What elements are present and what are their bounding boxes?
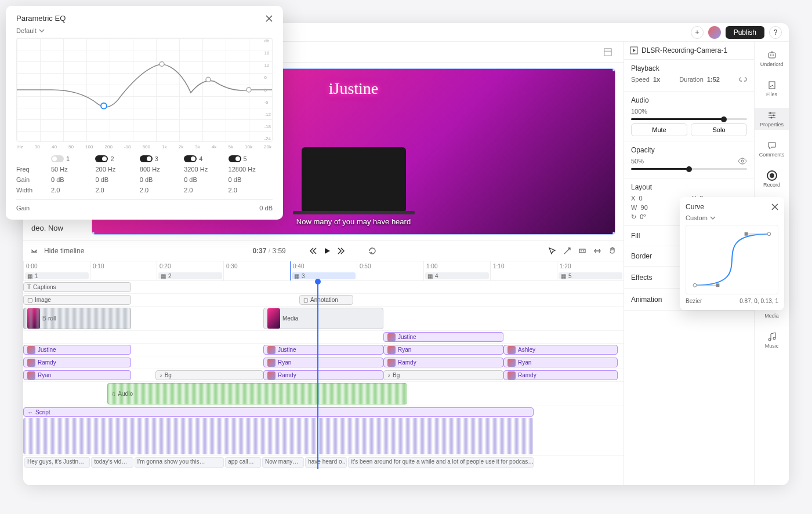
solo-button[interactable]: Solo	[691, 123, 747, 136]
speaker-clip[interactable]: Ryan	[23, 370, 131, 380]
speaker-clip[interactable]: Ashley	[503, 345, 618, 355]
hand-icon[interactable]	[608, 247, 617, 255]
rail-files[interactable]: Files	[755, 78, 789, 100]
blade-icon[interactable]	[563, 247, 571, 255]
media-clip[interactable]: Media	[263, 308, 383, 329]
band-width[interactable]: 2.0	[140, 187, 184, 194]
band-3-toggle[interactable]: 3	[140, 155, 184, 162]
timeline[interactable]: 0:00▦1 0:10 0:20▦2 0:30 0:40▦3 0:50 1:00…	[23, 261, 624, 485]
range-icon[interactable]	[578, 247, 586, 255]
band-1-toggle[interactable]: 1	[51, 155, 95, 162]
scene-marker[interactable]: 3	[302, 273, 305, 279]
resize-handle[interactable]	[612, 68, 615, 71]
speaker-clip[interactable]: Justine	[23, 345, 131, 355]
speaker-clip[interactable]: Justine	[383, 332, 503, 342]
skip-back-icon[interactable]	[309, 247, 317, 255]
close-icon[interactable]	[771, 203, 778, 210]
scene-marker[interactable]: 2	[168, 273, 172, 279]
band-freq[interactable]: 200 Hz	[95, 166, 139, 173]
band-gain[interactable]: 0 dB	[229, 176, 273, 183]
layout-rot[interactable]: 0º	[640, 213, 646, 220]
speaker-clip[interactable]: Ramdy	[263, 370, 383, 380]
master-gain-value[interactable]: 0 dB	[259, 205, 273, 212]
resize-handle[interactable]	[92, 232, 95, 235]
transcript-seg[interactable]: Now many…	[262, 457, 304, 468]
band-4-toggle[interactable]: 4	[184, 155, 228, 162]
speaker-clip[interactable]: Ramdy	[503, 370, 618, 380]
curve-value[interactable]: 0.87, 0, 0.13, 1	[740, 298, 778, 304]
speaker-clip[interactable]: Ramdy	[23, 358, 131, 367]
rail-media[interactable]: Media	[755, 311, 789, 321]
band-5-toggle[interactable]: 5	[229, 155, 273, 162]
eq-graph[interactable]: db181260-6-12-18-24	[16, 38, 273, 142]
band-freq[interactable]: 3200 Hz	[184, 166, 228, 173]
curve-panel[interactable]: Curve Custom Bezier 0.87, 0, 0.13, 1	[680, 197, 784, 310]
band-width[interactable]: 2.0	[95, 187, 139, 194]
speaker-clip[interactable]: Ramdy	[383, 358, 503, 367]
curve-preset-dropdown[interactable]: Custom	[686, 214, 778, 221]
transcript-seg[interactable]: app call…	[225, 457, 261, 468]
transcript-seg[interactable]: it's been around for quite a while and a…	[348, 457, 534, 468]
help-button[interactable]: ?	[769, 26, 782, 39]
pointer-icon[interactable]	[548, 247, 556, 255]
scene-marker[interactable]: 4	[435, 273, 438, 279]
curve-graph[interactable]	[686, 225, 778, 294]
eq-panel[interactable]: Parametric EQ Default db181260-6-12-18-2…	[6, 6, 283, 220]
layout-w[interactable]: 90	[641, 204, 648, 211]
rail-properties[interactable]: Properties	[755, 108, 789, 130]
audio-slider[interactable]	[631, 118, 747, 120]
annotation-clip[interactable]: ◻ Annotation	[299, 295, 353, 305]
transcript-seg[interactable]: Hey guys, it's Justin…	[24, 457, 90, 468]
user-avatar[interactable]	[708, 26, 721, 39]
scene-marker[interactable]: 5	[568, 273, 572, 279]
trim-icon[interactable]	[593, 247, 601, 255]
opacity-slider[interactable]	[631, 168, 747, 170]
band-2-toggle[interactable]: 2	[95, 155, 139, 162]
eye-icon[interactable]	[738, 158, 747, 165]
band-width[interactable]: 2.0	[229, 187, 273, 194]
inspector-source[interactable]: DLSR-Recording-Camera-1	[624, 42, 754, 60]
layout-button[interactable]	[599, 46, 617, 58]
collapse-icon[interactable]	[30, 247, 38, 255]
speaker-clip[interactable]: Justine	[263, 345, 383, 355]
eq-preset-dropdown[interactable]: Default	[16, 27, 273, 34]
rail-underlord[interactable]: Underlord	[755, 48, 789, 70]
band-gain[interactable]: 0 dB	[51, 176, 95, 183]
link-icon[interactable]	[739, 76, 747, 82]
band-width[interactable]: 2.0	[184, 187, 228, 194]
add-button[interactable]: ＋	[691, 26, 704, 39]
transcript-seg[interactable]: have heard o…	[305, 457, 347, 468]
speed-value[interactable]: 1x	[653, 76, 660, 83]
playhead[interactable]	[317, 281, 318, 469]
scene-marker[interactable]: 1	[35, 273, 38, 279]
transcript-seg[interactable]: today's vid…	[91, 457, 133, 468]
script-clip[interactable]: ↔ Script	[23, 407, 534, 417]
band-freq[interactable]: 50 Hz	[51, 166, 95, 173]
close-icon[interactable]	[266, 15, 273, 22]
rail-music[interactable]: Music	[755, 329, 789, 351]
mute-button[interactable]: Mute	[631, 123, 687, 136]
timeline-ruler[interactable]: 0:00▦1 0:10 0:20▦2 0:30 0:40▦3 0:50 1:00…	[23, 261, 624, 281]
rail-record[interactable]: Record	[755, 168, 789, 190]
rail-comments[interactable]: Comments	[755, 138, 789, 160]
curve-type[interactable]: Bezier	[686, 298, 702, 304]
speaker-clip[interactable]: Ryan	[503, 358, 618, 367]
play-icon[interactable]	[323, 247, 331, 255]
loop-icon[interactable]	[368, 247, 376, 255]
captions-clip[interactable]: T Captions	[23, 282, 131, 292]
resize-handle[interactable]	[612, 232, 615, 235]
duration-value[interactable]: 1:52	[707, 76, 720, 83]
image-clip[interactable]: ▢ Image	[23, 295, 131, 305]
speaker-clip[interactable]: Ryan	[263, 358, 383, 367]
band-gain[interactable]: 0 dB	[140, 176, 184, 183]
band-width[interactable]: 2.0	[51, 187, 95, 194]
skip-forward-icon[interactable]	[337, 247, 345, 255]
hide-timeline-button[interactable]: Hide timeline	[44, 247, 84, 255]
publish-button[interactable]: Publish	[726, 26, 764, 39]
layout-x[interactable]: 0	[639, 195, 642, 202]
band-freq[interactable]: 800 Hz	[140, 166, 184, 173]
band-gain[interactable]: 0 dB	[184, 176, 228, 183]
transcript-seg[interactable]: I'm gonna show you this…	[135, 457, 224, 468]
bg-clip[interactable]: ♪ Bg	[383, 370, 503, 380]
bg-clip[interactable]: ♪ Bg	[155, 370, 263, 380]
